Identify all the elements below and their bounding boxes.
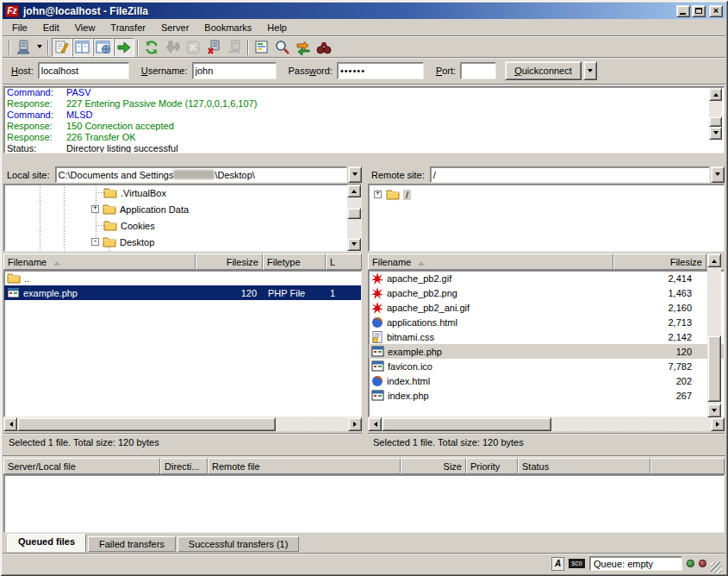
column-header-filesize[interactable]: Filesize	[613, 254, 706, 270]
scroll-up-button[interactable]	[347, 185, 361, 197]
file-row-parent-dir[interactable]: ..	[4, 271, 361, 285]
reconnect-button[interactable]	[224, 38, 245, 57]
scroll-right-button[interactable]	[348, 417, 362, 431]
toggle-local-tree-button[interactable]	[72, 38, 93, 57]
log-scrollbar[interactable]	[709, 88, 722, 153]
file-row-selected[interactable]: example.php 120	[369, 344, 724, 359]
column-header-status[interactable]: Status	[518, 458, 650, 474]
scroll-right-button[interactable]	[711, 417, 725, 431]
scroll-down-button[interactable]	[347, 238, 361, 251]
file-row[interactable]: bitnami.css 2,142	[369, 329, 724, 344]
queue-splitter[interactable]	[3, 452, 725, 456]
file-row[interactable]: apache_pb2.gif 2,414	[369, 271, 724, 285]
tab-failed-transfers[interactable]: Failed transfers	[88, 536, 176, 552]
password-input[interactable]	[337, 62, 424, 79]
toggle-message-log-button[interactable]	[52, 38, 72, 57]
filter-icon	[254, 40, 270, 55]
column-header-filename[interactable]: Filename	[3, 254, 196, 270]
menu-view[interactable]: View	[67, 21, 103, 34]
cancel-operation-button[interactable]	[183, 38, 203, 57]
toggle-transfer-queue-button[interactable]	[114, 38, 134, 57]
quickconnect-dropdown[interactable]	[583, 61, 597, 80]
tree-item-application-data[interactable]: + Application Data	[91, 201, 189, 217]
synchronized-browsing-button[interactable]	[293, 38, 314, 57]
column-header-direction[interactable]: Directi...	[160, 458, 208, 474]
filezilla-logo-icon: Fz	[5, 5, 19, 17]
scroll-thumb[interactable]	[382, 417, 551, 431]
quickconnect-button[interactable]: Quickconnect	[505, 61, 582, 80]
remote-list-scrollbar[interactable]	[707, 254, 721, 417]
tree-item-virtualbox[interactable]: .VirtualBox	[103, 185, 166, 201]
resize-grip[interactable]	[711, 562, 722, 573]
collapse-icon[interactable]: -	[91, 238, 99, 246]
file-row[interactable]: apache_pb2.png 1,463	[369, 285, 724, 300]
local-tree-scrollbar[interactable]	[347, 185, 361, 251]
refresh-button[interactable]	[141, 38, 162, 57]
remote-site-bar: Remote site: /	[368, 166, 725, 183]
tree-item-cookies[interactable]: Cookies	[103, 217, 155, 234]
username-input[interactable]	[192, 62, 277, 79]
column-header-server-local-file[interactable]: Server/Local file	[3, 458, 160, 474]
log-row: Response:226 Transfer OK	[4, 132, 724, 143]
expand-icon[interactable]: +	[374, 191, 382, 198]
scroll-thumb[interactable]	[347, 208, 361, 219]
menu-help[interactable]: Help	[259, 21, 295, 34]
local-path-dropdown[interactable]	[348, 166, 362, 183]
minimize-button[interactable]	[676, 5, 690, 17]
column-header-priority[interactable]: Priority	[466, 458, 518, 474]
remote-site-label: Remote site:	[368, 170, 430, 180]
column-header-size[interactable]: Size	[401, 458, 466, 474]
menu-transfer[interactable]: Transfer	[103, 21, 153, 34]
tree-item-root[interactable]: + /	[374, 186, 411, 203]
scroll-thumb[interactable]	[17, 417, 276, 431]
tree-item-desktop[interactable]: - Desktop	[91, 234, 154, 250]
scroll-thumb[interactable]	[707, 335, 721, 402]
scroll-track[interactable]	[276, 417, 348, 431]
local-path-combo[interactable]: C:\Documents and Settings\Desktop\	[55, 166, 347, 183]
disconnect-button[interactable]	[203, 38, 224, 57]
toggle-remote-tree-button[interactable]	[93, 38, 114, 57]
file-row[interactable]: favicon.ico 7,782	[369, 359, 724, 373]
menu-file[interactable]: File	[4, 21, 35, 34]
remote-path-dropdown[interactable]	[711, 166, 725, 183]
host-input[interactable]	[38, 62, 129, 79]
process-queue-button[interactable]	[162, 38, 183, 57]
maximize-button[interactable]	[692, 5, 706, 17]
binoculars-icon	[316, 40, 332, 55]
file-row[interactable]: apache_pb2_ani.gif 2,160	[369, 300, 724, 315]
scroll-left-button[interactable]	[368, 417, 382, 431]
scroll-track[interactable]	[551, 417, 711, 431]
site-manager-dropdown[interactable]	[34, 38, 45, 57]
find-files-button[interactable]	[314, 38, 334, 57]
sort-ascending-icon	[418, 258, 425, 266]
directory-filters-button[interactable]	[252, 38, 272, 57]
directory-comparison-button[interactable]	[272, 38, 293, 57]
tab-queued-files[interactable]: Queued files	[7, 534, 86, 552]
scroll-down-button[interactable]	[709, 127, 722, 140]
menu-edit[interactable]: Edit	[35, 21, 67, 34]
file-row[interactable]: index.html 202	[369, 373, 724, 388]
scroll-up-button[interactable]	[709, 88, 722, 101]
menu-server[interactable]: Server	[153, 21, 196, 34]
scroll-up-button[interactable]	[707, 254, 721, 267]
column-header-filetype[interactable]: Filetype	[263, 254, 326, 270]
scroll-thumb[interactable]	[709, 116, 722, 127]
tab-successful-transfers[interactable]: Successful transfers (1)	[177, 536, 300, 552]
close-button[interactable]: ×	[709, 5, 723, 17]
menu-bookmarks[interactable]: Bookmarks	[196, 21, 259, 34]
file-row-example-php[interactable]: example.php 120 PHP File 1	[4, 285, 361, 300]
column-header-filename[interactable]: Filename	[368, 254, 613, 270]
port-input[interactable]	[460, 62, 496, 79]
scroll-down-button[interactable]	[707, 404, 721, 417]
local-hscrollbar[interactable]	[3, 417, 362, 431]
remote-hscrollbar[interactable]	[368, 417, 725, 431]
file-row[interactable]: index.php 267	[369, 388, 724, 403]
remote-path-combo[interactable]: /	[430, 166, 710, 183]
column-header-last-modified[interactable]: L	[326, 254, 362, 270]
scroll-left-button[interactable]	[3, 417, 17, 431]
column-header-filesize[interactable]: Filesize	[196, 254, 263, 270]
file-row[interactable]: applications.html 2,713	[369, 315, 724, 329]
expand-icon[interactable]: +	[91, 205, 99, 213]
column-header-remote-file[interactable]: Remote file	[208, 458, 401, 474]
site-manager-button[interactable]	[13, 38, 34, 57]
